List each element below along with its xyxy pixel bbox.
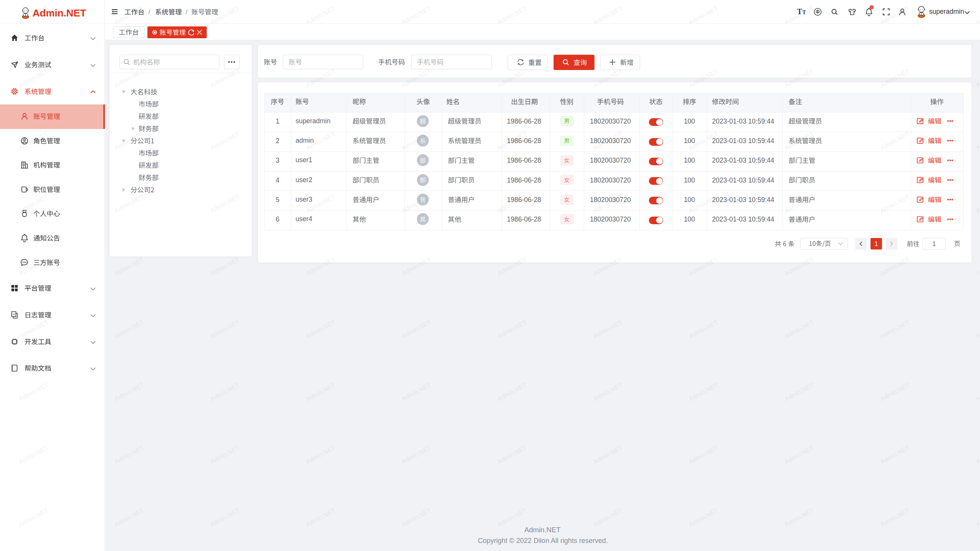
svg-text:3: 3 bbox=[276, 156, 279, 164]
svg-text:18020030720: 18020030720 bbox=[590, 137, 631, 145]
svg-text:18020030720: 18020030720 bbox=[590, 156, 631, 164]
svg-text:2023-01-03 10:59:44: 2023-01-03 10:59:44 bbox=[712, 156, 774, 164]
svg-text:18020030720: 18020030720 bbox=[590, 176, 631, 184]
svg-text:100: 100 bbox=[684, 215, 695, 223]
svg-text:5: 5 bbox=[276, 196, 279, 204]
svg-text:100: 100 bbox=[684, 156, 695, 164]
svg-text:1986-06-28: 1986-06-28 bbox=[507, 176, 541, 184]
svg-text:1: 1 bbox=[276, 117, 279, 125]
svg-text:2023-01-03 10:59:44: 2023-01-03 10:59:44 bbox=[712, 137, 774, 145]
svg-text:2023-01-03 10:59:44: 2023-01-03 10:59:44 bbox=[712, 196, 774, 204]
svg-text:6: 6 bbox=[276, 215, 279, 223]
svg-text:Admin.NET: Admin.NET bbox=[524, 526, 561, 534]
svg-text:/: / bbox=[149, 9, 150, 15]
svg-text:1986-06-28: 1986-06-28 bbox=[507, 196, 541, 204]
svg-text:100: 100 bbox=[684, 176, 695, 184]
svg-text:2023-01-03 10:59:44: 2023-01-03 10:59:44 bbox=[712, 215, 774, 223]
svg-text:superadmin: superadmin bbox=[929, 8, 964, 15]
svg-text:100: 100 bbox=[684, 196, 695, 204]
svg-text:1986-06-28: 1986-06-28 bbox=[507, 137, 541, 145]
svg-text:18020030720: 18020030720 bbox=[590, 117, 631, 125]
svg-text:Copyright © 2022 Dilon All rig: Copyright © 2022 Dilon All rights reserv… bbox=[478, 537, 608, 544]
svg-text:user4: user4 bbox=[296, 215, 312, 223]
svg-text:1: 1 bbox=[932, 240, 936, 247]
svg-text:100: 100 bbox=[684, 137, 695, 145]
svg-text:100: 100 bbox=[684, 117, 695, 125]
svg-text:1986-06-28: 1986-06-28 bbox=[507, 215, 541, 223]
svg-text:user2: user2 bbox=[296, 176, 312, 184]
svg-text:1: 1 bbox=[874, 240, 878, 247]
svg-text:4: 4 bbox=[276, 176, 279, 184]
svg-text:user3: user3 bbox=[296, 196, 312, 203]
svg-text:T: T bbox=[802, 10, 806, 15]
svg-text:admin: admin bbox=[296, 137, 314, 144]
svg-text:user1: user1 bbox=[296, 156, 312, 164]
svg-text:2023-01-03 10:59:44: 2023-01-03 10:59:44 bbox=[712, 117, 774, 125]
svg-text:18020030720: 18020030720 bbox=[590, 196, 631, 204]
svg-text:Admin.NET: Admin.NET bbox=[33, 7, 86, 19]
svg-text:/: / bbox=[186, 9, 188, 15]
svg-text:1986-06-28: 1986-06-28 bbox=[507, 117, 541, 125]
svg-text:T: T bbox=[797, 7, 802, 16]
svg-text:superadmin: superadmin bbox=[296, 117, 330, 125]
svg-text:2023-01-03 10:59:44: 2023-01-03 10:59:44 bbox=[712, 176, 774, 184]
svg-text:1986-06-28: 1986-06-28 bbox=[507, 156, 541, 164]
svg-text:18020030720: 18020030720 bbox=[590, 215, 631, 223]
svg-text:2: 2 bbox=[276, 137, 279, 145]
